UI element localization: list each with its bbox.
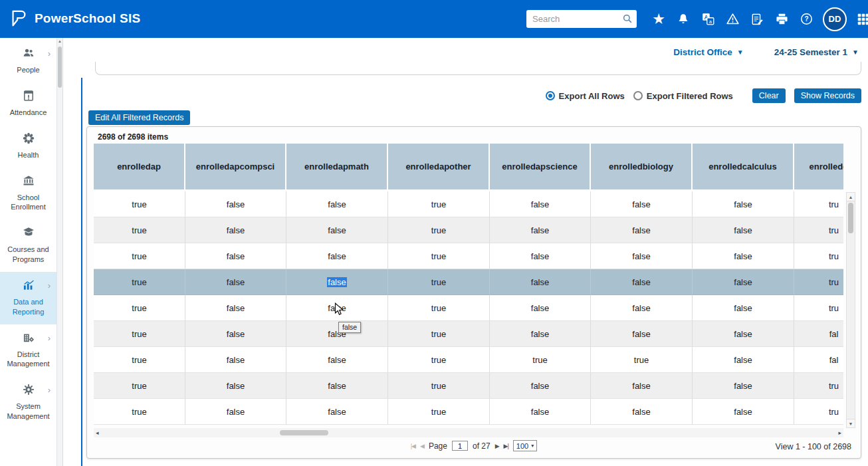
table-cell[interactable]: false: [286, 243, 388, 269]
table-row[interactable]: truefalsefalsetruefalsefalsefalsetru: [94, 295, 843, 321]
scrollbar-thumb[interactable]: [848, 203, 853, 233]
sidebar-item-data-reporting[interactable]: ›Data and Reporting: [0, 272, 56, 324]
sidebar-item-people[interactable]: ›People: [0, 40, 56, 82]
table-cell[interactable]: true: [388, 321, 490, 347]
scroll-up-arrow-icon[interactable]: ▲: [847, 193, 855, 201]
column-header-enrolledapmath[interactable]: enrolledapmath: [286, 144, 388, 191]
first-page-button[interactable]: |◀: [411, 443, 415, 449]
table-cell[interactable]: tru: [794, 295, 843, 321]
table-cell[interactable]: false: [490, 243, 591, 269]
table-cell[interactable]: true: [490, 347, 591, 373]
scroll-down-arrow-icon[interactable]: ▼: [847, 419, 855, 427]
table-cell[interactable]: false: [490, 217, 591, 243]
table-cell[interactable]: false: [286, 321, 388, 347]
table-cell[interactable]: true: [94, 373, 185, 399]
table-cell[interactable]: true: [388, 243, 490, 269]
table-cell[interactable]: false: [591, 269, 693, 295]
table-cell[interactable]: true: [94, 191, 185, 217]
sidebar-item-system-management[interactable]: ›System Management: [0, 376, 56, 429]
table-cell[interactable]: false: [693, 399, 794, 425]
prev-page-button[interactable]: ◀: [420, 443, 424, 449]
table-cell[interactable]: false: [591, 191, 693, 217]
table-cell[interactable]: tru: [794, 217, 843, 243]
powerschool-logo-icon[interactable]: [9, 9, 29, 31]
table-cell[interactable]: false: [286, 399, 388, 425]
table-cell[interactable]: false: [591, 321, 693, 347]
scrollbar-thumb[interactable]: [58, 47, 62, 88]
table-cell[interactable]: false: [693, 321, 794, 347]
table-row[interactable]: truefalsefalsetruefalsefalsefalsetru: [94, 191, 843, 217]
table-row[interactable]: truefalsefalsetruefalsefalsefalsetru: [94, 217, 843, 243]
print-icon[interactable]: [774, 11, 790, 27]
table-cell[interactable]: false: [693, 269, 794, 295]
table-cell[interactable]: false: [185, 399, 286, 425]
table-row[interactable]: truefalsefalsetruefalsefalsefalsetru: [94, 373, 843, 399]
apps-grid-icon[interactable]: [855, 11, 868, 27]
notifications-bell-icon[interactable]: [675, 11, 691, 27]
table-cell[interactable]: false: [286, 217, 388, 243]
table-cell[interactable]: false: [185, 373, 286, 399]
page-size-select[interactable]: 100 ▾: [513, 440, 537, 451]
term-selector[interactable]: 24-25 Semester 1 ▼: [774, 47, 859, 57]
sidebar-item-district-management[interactable]: ›District Management: [0, 324, 56, 377]
favorites-star-icon[interactable]: ★: [651, 11, 667, 27]
table-cell[interactable]: false: [286, 347, 388, 373]
table-cell[interactable]: true: [388, 217, 490, 243]
table-cell[interactable]: false: [490, 373, 591, 399]
table-cell[interactable]: false: [490, 269, 591, 295]
school-selector[interactable]: District Office ▼: [673, 47, 743, 57]
column-header-enrolledapother[interactable]: enrolledapother: [388, 144, 490, 191]
table-cell[interactable]: false: [490, 191, 591, 217]
scroll-up-arrow-icon[interactable]: ▲: [57, 39, 62, 43]
table-cell[interactable]: false: [693, 217, 794, 243]
forms-report-icon[interactable]: [749, 11, 765, 27]
edit-all-filtered-records-button[interactable]: Edit All Filtered Records: [88, 110, 190, 125]
table-cell[interactable]: false: [591, 243, 693, 269]
table-cell[interactable]: true: [94, 347, 185, 373]
column-header-enrolledapcompsci[interactable]: enrolledapcompsci: [185, 144, 286, 191]
table-cell[interactable]: false: [185, 295, 286, 321]
column-header-enrolledche[interactable]: enrolledche: [794, 144, 843, 191]
table-cell[interactable]: true: [94, 243, 185, 269]
column-header-enrolledap[interactable]: enrolledap: [94, 144, 185, 191]
table-cell[interactable]: false: [185, 321, 286, 347]
table-cell[interactable]: true: [94, 269, 185, 295]
table-cell[interactable]: false: [185, 243, 286, 269]
table-cell[interactable]: false: [286, 269, 388, 295]
alerts-warning-icon[interactable]: [724, 11, 740, 27]
sidebar-item-health[interactable]: Health: [0, 125, 56, 168]
sidebar-item-attendance[interactable]: Attendance: [0, 82, 56, 125]
scroll-left-arrow-icon[interactable]: ◂: [96, 428, 99, 437]
table-cell[interactable]: tru: [794, 269, 843, 295]
translate-icon[interactable]: Aa: [700, 11, 716, 27]
table-cell[interactable]: false: [693, 191, 794, 217]
export-all-rows-radio[interactable]: Export All Rows: [546, 91, 625, 101]
next-page-button[interactable]: ▶: [495, 443, 499, 449]
table-cell[interactable]: true: [94, 321, 185, 347]
sidebar-scrollbar[interactable]: ▲: [56, 38, 63, 466]
table-cell[interactable]: true: [94, 399, 185, 425]
table-row[interactable]: truefalsefalsetruefalsefalsefalsetru: [94, 243, 843, 269]
table-cell[interactable]: false: [286, 373, 388, 399]
table-cell[interactable]: false: [490, 295, 591, 321]
table-cell[interactable]: true: [388, 399, 490, 425]
table-cell[interactable]: true: [388, 269, 490, 295]
table-cell[interactable]: true: [591, 347, 693, 373]
table-cell[interactable]: false: [693, 347, 794, 373]
table-cell[interactable]: false: [591, 399, 693, 425]
table-cell[interactable]: false: [185, 217, 286, 243]
avatar[interactable]: DD: [823, 7, 847, 31]
table-horizontal-scrollbar[interactable]: ◂ ▸: [94, 428, 843, 437]
last-page-button[interactable]: ▶|: [504, 443, 508, 449]
column-header-enrolledbiology[interactable]: enrolledbiology: [591, 144, 693, 191]
table-cell[interactable]: false: [591, 217, 693, 243]
clear-button[interactable]: Clear: [752, 88, 786, 103]
table-cell[interactable]: false: [693, 295, 794, 321]
table-cell[interactable]: tru: [794, 373, 843, 399]
table-cell[interactable]: fal: [794, 321, 843, 347]
table-cell[interactable]: false: [693, 243, 794, 269]
table-cell[interactable]: true: [388, 295, 490, 321]
table-cell[interactable]: false: [286, 191, 388, 217]
sidebar-item-school-enrollment[interactable]: School Enrollment: [0, 168, 56, 220]
table-cell[interactable]: false: [185, 347, 286, 373]
